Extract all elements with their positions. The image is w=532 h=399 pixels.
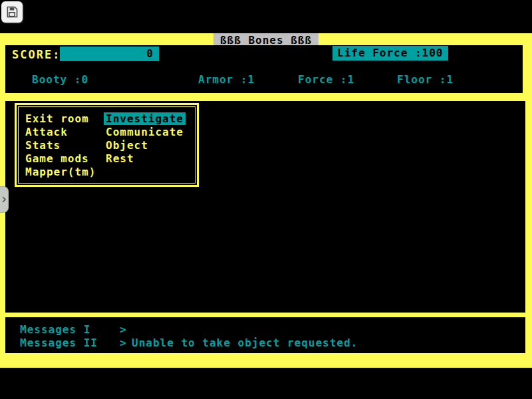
messages-panel: Messages I> Messages II>Unable to take o… bbox=[5, 317, 525, 353]
chevron-right-icon bbox=[1, 196, 7, 203]
message-1-prompt: > bbox=[120, 323, 132, 336]
floppy-disk-icon bbox=[5, 5, 19, 19]
action-menu-grid: Exit room Investigate Attack Communicate… bbox=[25, 112, 195, 179]
status-panel: SCORE: 0 Life Force :100 Booty :0 Armor … bbox=[5, 45, 523, 93]
stat-armor: Armor :1 bbox=[198, 73, 255, 86]
menu-item-rest[interactable]: Rest bbox=[106, 152, 195, 166]
action-menu: Exit room Investigate Attack Communicate… bbox=[15, 103, 199, 187]
save-button[interactable] bbox=[1, 1, 23, 23]
stat-force: Force :1 bbox=[298, 73, 354, 86]
menu-item-exit-room[interactable]: Exit room bbox=[25, 112, 106, 126]
menu-item-mapper[interactable]: Mapper(tm) bbox=[25, 166, 106, 179]
message-2-text: Unable to take object requested. bbox=[132, 336, 358, 349]
menu-item-communicate[interactable]: Communicate bbox=[106, 126, 195, 139]
menu-cell-empty bbox=[106, 166, 195, 179]
stat-floor: Floor :1 bbox=[397, 73, 454, 86]
life-force-badge: Life Force :100 bbox=[332, 46, 448, 61]
message-row-1: Messages I> bbox=[5, 317, 525, 336]
menu-item-game-mods[interactable]: Game mods bbox=[25, 152, 106, 166]
score-label: SCORE: bbox=[12, 48, 61, 61]
screen: ßßß Bones ßßß SCORE: 0 Life Force :100 B… bbox=[0, 0, 532, 399]
message-row-2: Messages II>Unable to take object reques… bbox=[5, 336, 525, 350]
menu-item-stats[interactable]: Stats bbox=[25, 139, 106, 152]
side-drawer-handle[interactable] bbox=[0, 186, 9, 213]
selected-menu-highlight: Investigate bbox=[104, 112, 186, 125]
stat-booty: Booty :0 bbox=[32, 73, 88, 86]
game-frame: ßßß Bones ßßß SCORE: 0 Life Force :100 B… bbox=[0, 33, 532, 368]
message-2-label: Messages II bbox=[20, 336, 120, 350]
menu-item-attack[interactable]: Attack bbox=[25, 126, 106, 139]
menu-item-object[interactable]: Object bbox=[106, 139, 195, 152]
message-1-label: Messages I bbox=[20, 323, 120, 336]
menu-item-investigate[interactable]: Investigate bbox=[106, 112, 195, 126]
message-2-prompt: > bbox=[120, 336, 132, 350]
action-menu-border: Exit room Investigate Attack Communicate… bbox=[18, 106, 196, 184]
score-bar: 0 bbox=[60, 47, 159, 61]
main-panel: Exit room Investigate Attack Communicate… bbox=[5, 101, 525, 313]
score-value: 0 bbox=[146, 47, 153, 60]
